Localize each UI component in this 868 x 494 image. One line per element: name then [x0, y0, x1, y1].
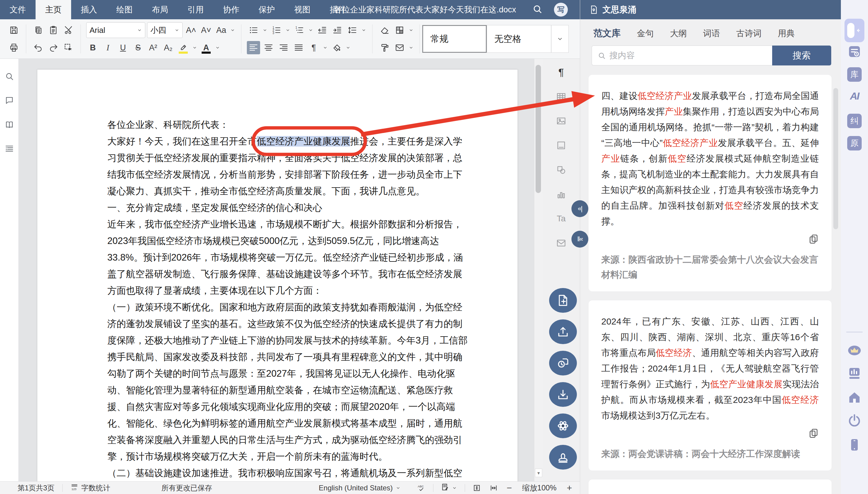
select-button[interactable]: [62, 41, 75, 54]
stamp-button[interactable]: [549, 445, 577, 470]
document-line[interactable]: 2023年我国低空经济市场规模已突破5000亿元，达到5059.5亿元，同比增速…: [107, 232, 490, 249]
decrease-indent-button[interactable]: [316, 23, 329, 37]
style-normal[interactable]: 常规: [422, 25, 487, 53]
panel-handle-2[interactable]: ‖«: [571, 231, 588, 248]
result-card[interactable]: 2024年，已有广东、安徽、江苏、山西、江西、山东、四川、陕西、湖南、深圳、北京…: [589, 479, 831, 494]
cut-button[interactable]: [62, 23, 75, 37]
change-case-dropdown[interactable]: [230, 23, 236, 37]
format-painter-button[interactable]: [378, 41, 391, 54]
redo-button[interactable]: [47, 41, 60, 54]
document-line[interactable]: 习贯彻关于低空经济发展的重要指示精神，全面落实关于低空经济发展的决策部署，总: [107, 150, 490, 166]
panel-handle-1[interactable]: «|: [571, 200, 588, 217]
copy-icon[interactable]: [601, 428, 819, 438]
subscript-button[interactable]: A₂: [161, 41, 175, 54]
shading-button[interactable]: [330, 41, 343, 54]
font-color-button[interactable]: A: [199, 41, 213, 54]
panel-tab-金句[interactable]: 金句: [637, 28, 654, 39]
bold-button[interactable]: B: [86, 41, 99, 54]
borders-dropdown[interactable]: [408, 23, 414, 37]
highlight-color-dropdown[interactable]: [192, 41, 198, 54]
comment-icon[interactable]: [3, 94, 15, 107]
line-spacing-dropdown[interactable]: [361, 23, 367, 37]
clear-format-button[interactable]: [378, 23, 391, 37]
table-icon[interactable]: [555, 90, 568, 103]
font-size-select[interactable]: 小四: [147, 22, 183, 38]
shading-dropdown[interactable]: [345, 41, 351, 54]
menu-tab-文件[interactable]: 文件: [0, 0, 36, 19]
atom-button[interactable]: [549, 414, 577, 438]
textbox-icon[interactable]: [555, 139, 568, 152]
zoom-in-button[interactable]: +: [567, 483, 572, 493]
correct-icon[interactable]: 纠: [847, 114, 862, 128]
menu-tab-布局[interactable]: 布局: [142, 0, 178, 19]
increase-indent-button[interactable]: [331, 23, 344, 37]
decrease-font-button[interactable]: A˅: [199, 23, 213, 37]
document-line[interactable]: 携手民航局、国家发改委及科技部，共同发布了一项具有里程碑意义的文件，其中明确: [107, 349, 490, 365]
increase-font-button[interactable]: A˄: [184, 23, 198, 37]
document-scrollbar[interactable]: ▾: [534, 59, 542, 481]
document-line[interactable]: 各位企业家、科研院所代表：: [107, 116, 490, 133]
mail-merge-dropdown[interactable]: [408, 41, 414, 54]
note-icon[interactable]: [3, 118, 15, 131]
panel-search-button[interactable]: 搜索: [772, 45, 831, 65]
multilevel-list-button[interactable]: 1: [293, 23, 306, 37]
highlight-color-button[interactable]: [177, 41, 190, 54]
superscript-button[interactable]: A²: [146, 41, 160, 54]
document-line[interactable]: 一、充分肯定成绩，坚定发展低空经济的信心和决心: [107, 200, 490, 216]
page-indicator[interactable]: 第1页共3页: [18, 483, 55, 493]
panel-tab-范文库[interactable]: 范文库: [593, 27, 620, 39]
copy-icon[interactable]: [601, 233, 819, 244]
align-right-button[interactable]: [277, 41, 290, 54]
library-icon[interactable]: 库: [847, 67, 862, 82]
document-line[interactable]: 凝心聚力、真抓实干，推动全市低空经济高质量发展。下面，我讲几点意见。: [107, 183, 490, 200]
stats-icon[interactable]: [847, 366, 862, 380]
zoom-out-button[interactable]: −: [507, 483, 512, 493]
result-card[interactable]: 2024年，已有广东、安徽、江苏、山西、江西、山东、四川、陕西、湖南、深圳、北京…: [589, 300, 831, 471]
document-line[interactable]: （一）政策环境不断优化。国家和地方政府层面的政策支持犹如春雨般滋润，为低空经: [107, 299, 490, 316]
menu-tab-绘图[interactable]: 绘图: [107, 0, 142, 19]
menu-tab-插入[interactable]: 插入: [71, 0, 107, 19]
menu-tab-主页[interactable]: 主页: [36, 0, 71, 19]
panel-tab-用典[interactable]: 用典: [778, 28, 795, 39]
spell-check-button[interactable]: ABC: [417, 484, 425, 492]
origin-icon[interactable]: 原: [847, 136, 862, 151]
style-no-space[interactable]: 无空格: [487, 25, 551, 53]
panel-scrollbar-thumb[interactable]: [833, 88, 838, 229]
font-color-dropdown[interactable]: [215, 41, 221, 54]
language-selector[interactable]: English (United States): [319, 484, 400, 492]
panel-search-input[interactable]: [592, 45, 772, 65]
outline-icon[interactable]: [3, 142, 15, 155]
change-case-button[interactable]: Aa: [215, 23, 228, 37]
document-line[interactable]: （二）基础设施建设加速推进。我市积极响应国家号召，将通航机场及一系列新型低空: [107, 465, 490, 481]
document-line[interactable]: 擎，预计市场规模将突破万亿大关，开启一个前所未有的蓝海时代。: [107, 448, 490, 465]
document-line[interactable]: 化、智能化、绿色化为鲜明标签的通用航空产业发展新模式将基本成型，届时，通用航: [107, 415, 490, 432]
avatar[interactable]: 写: [554, 3, 568, 17]
shapes-icon[interactable]: [555, 163, 568, 176]
vip-crown-icon[interactable]: [847, 343, 862, 358]
align-center-button[interactable]: [262, 41, 275, 54]
history-button[interactable]: [549, 351, 577, 376]
doc-clock-icon[interactable]: [847, 44, 862, 59]
font-name-select[interactable]: Arial: [86, 22, 145, 38]
bullet-list-button[interactable]: [247, 23, 260, 37]
document-line[interactable]: 动、智能化管理为显著特征的新型通用航空装备，在城市空运物流配送、紧急医疗救: [107, 382, 490, 398]
line-spacing-button[interactable]: [346, 23, 359, 37]
track-changes-button[interactable]: [441, 483, 457, 493]
upload-button[interactable]: [549, 319, 577, 344]
document-line[interactable]: 度保障，还极大地推动了产业链上下游的协同发展与技术的持续革新。今年3月，工信部: [107, 332, 490, 349]
print-button[interactable]: [7, 41, 20, 54]
ai-icon[interactable]: AI: [850, 90, 859, 102]
result-card[interactable]: 四、建设低空经济产业发展承载平台，打造布局全国通用机场网络发挥产业集聚作用，打造…: [589, 75, 831, 291]
panel-tab-古诗词[interactable]: 古诗词: [736, 28, 762, 39]
document-line[interactable]: 大家好！今天，我们在这里召开全市低空经济产业健康发展推进会，主要任务是深入学: [107, 133, 490, 150]
align-justify-button[interactable]: [292, 41, 305, 54]
document-line[interactable]: 方面也取得了显著成绩，主要体现在以下几个方面：: [107, 282, 490, 299]
document-line[interactable]: 近年来，我市低空经济产业增长迅速，市场规模不断扩大。根据外部数据和分析报告，: [107, 216, 490, 232]
document-line[interactable]: 援、自然灾害应对等多元化领域实现商业化应用的突破；而展望2020年，一个以高端: [107, 398, 490, 415]
menu-tab-引用[interactable]: 引用: [178, 0, 213, 19]
paragraph-marks-dropdown[interactable]: [322, 41, 328, 54]
mail-merge-button[interactable]: [393, 41, 406, 54]
power-icon[interactable]: [847, 414, 862, 428]
menu-tab-协作[interactable]: 协作: [213, 0, 249, 19]
collapse-panel-button[interactable]: [845, 19, 864, 42]
